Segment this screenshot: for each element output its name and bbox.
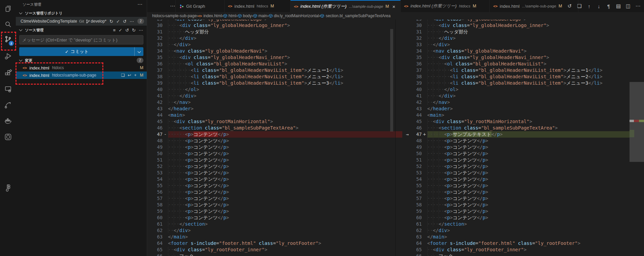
code-line: 42··</nav> xyxy=(396,99,644,106)
code-line: 58······<p>コンテンツ</p> xyxy=(147,202,395,208)
code-line: 60······<p>コンテンツ</p> xyxy=(147,215,395,221)
diff-editor: 29··<div class="ly_globalHeaderLogo">30·… xyxy=(147,20,644,256)
diff-pane-modified[interactable]: 29··<div class="ly_globalHeaderLogo">30·… xyxy=(395,20,644,256)
section-repositories[interactable]: ソース管理リポジトリ xyxy=(16,9,147,17)
stage-changes-icon[interactable]: + xyxy=(134,73,137,78)
previous-change-icon[interactable]: ↑ xyxy=(586,3,592,9)
commit-button[interactable]: ✓ コミット xyxy=(19,47,143,56)
file-name: index.html xyxy=(29,73,49,78)
commit-message-input[interactable] xyxy=(19,35,143,45)
view-as-list-icon[interactable]: ≡ xyxy=(113,28,116,33)
vscode-window: 2 ソース管理 ⋯ ソース管理リポジトリ xyxy=(0,0,644,256)
html-file-icon: <> xyxy=(23,73,27,78)
sidebar-title: ソース管理 xyxy=(23,2,137,7)
code-line: 59······<p>コンテンツ</p> xyxy=(147,208,395,215)
live-share-icon[interactable] xyxy=(0,98,16,112)
remote-explorer-icon[interactable] xyxy=(0,82,16,96)
code-line: 36······<ol class="bl_globalHeaderNaviLi… xyxy=(147,61,395,67)
run-and-debug-icon[interactable] xyxy=(0,49,16,63)
breadcrumb-item[interactable]: main xyxy=(253,13,267,18)
source-control-icon[interactable]: 2 xyxy=(0,32,16,46)
split-editor-icon[interactable]: ◫ xyxy=(625,3,632,9)
refresh-icon[interactable]: ↻ xyxy=(132,28,136,33)
code-line: 66····フッタ xyxy=(396,253,644,256)
tab-index-html-worktree-htdocs[interactable]: <> index.html (作業ツリー) htdocs M xyxy=(401,0,490,12)
code-line: 42··</nav> xyxy=(147,99,395,106)
editor-actions: ↺ ❏ ↑ ↓ ¶ ▤ ◫ ⋯ xyxy=(566,0,641,12)
more-tabs-icon[interactable]: ⋯ xyxy=(170,3,175,9)
html-file-icon: <> xyxy=(493,4,498,8)
section-changes[interactable]: 変更 2 xyxy=(16,57,147,64)
inline-view-icon[interactable]: ▤ xyxy=(615,3,622,9)
more-actions-icon[interactable]: ⋯ xyxy=(635,3,641,9)
modified-badge: M xyxy=(140,65,143,70)
diff-pane-original[interactable]: 29··<div class="ly_globalHeaderLogo">30·… xyxy=(147,20,395,256)
toggle-whitespace-icon[interactable]: ¶ xyxy=(605,3,612,9)
close-icon[interactable]: × xyxy=(392,4,395,9)
modified-badge: M xyxy=(558,4,562,8)
changed-file-row-sample-sub-page[interactable]: <> index.html htdocs\sample-sub-page ❏ ↩… xyxy=(16,72,147,79)
extensions-icon[interactable] xyxy=(0,66,16,80)
timeline-icon[interactable]: ↺ xyxy=(566,3,573,9)
scrollbar-slider[interactable] xyxy=(390,29,393,132)
repositories-section-label: ソース管理リポジトリ xyxy=(25,11,143,16)
history-icon[interactable]: ↺ xyxy=(125,28,129,33)
branch-indicator[interactable]: develop* xyxy=(86,19,107,24)
breadcrumb-item[interactable]: body xyxy=(238,13,252,18)
code-line: 41····</div> xyxy=(396,93,644,99)
postgresql-icon[interactable] xyxy=(0,130,16,144)
scm-more-actions-icon[interactable]: ⋯ xyxy=(139,28,143,33)
repository-row[interactable]: CtimeWebsiteCodingTemplate Git develop* … xyxy=(16,17,147,26)
open-file-icon[interactable]: ❏ xyxy=(121,73,125,78)
code-line: 45··<div class="ly_rootMainHorizontal"> xyxy=(147,118,395,125)
explorer-icon[interactable] xyxy=(0,2,16,16)
breadcrumb-item[interactable]: sample-sub-page xyxy=(165,13,197,18)
breadcrumb-item[interactable]: section.bl_sampleSubPageTextArea xyxy=(320,13,391,18)
breadcrumb-item[interactable]: div.ly_rootMainHorizontal xyxy=(269,13,319,18)
discard-changes-icon[interactable]: ↩ xyxy=(128,73,131,78)
code-line: 40······</ol> xyxy=(396,86,644,93)
symbol-icon xyxy=(238,14,242,18)
breadcrumb-item[interactable]: htdocs xyxy=(152,13,164,18)
code-line: 35····<div class="ly_globalHeaderNavi_in… xyxy=(396,54,644,61)
html-file-icon: <> xyxy=(198,14,202,18)
code-line: 57······<p>コンテンツ</p> xyxy=(396,195,644,202)
code-line: 39········<li class="bl_globalHeaderNavi… xyxy=(396,80,644,86)
code-line: 45··<div class="ly_rootMainHorizontal"> xyxy=(396,118,644,125)
history-icon[interactable]: ↺ xyxy=(123,19,127,24)
code-line: 62··</div> xyxy=(147,227,395,234)
code-line: 43</header> xyxy=(147,106,395,112)
code-line: 40······</ol> xyxy=(147,86,395,93)
symbol-icon xyxy=(320,14,324,18)
figma-icon[interactable] xyxy=(0,181,16,194)
tab-index-html-worktree-sample-sub-page[interactable]: <> index.html (作業ツリー) ...\sample-sub-pag… xyxy=(291,0,401,12)
search-icon[interactable] xyxy=(0,18,16,31)
scm-count-badge: 2 xyxy=(9,41,14,46)
commit-check-icon[interactable]: ✓ xyxy=(118,28,122,33)
docker-icon[interactable] xyxy=(0,114,16,127)
tab-git-graph[interactable]: Git Graph xyxy=(175,0,225,12)
breadcrumb-item[interactable]: <>index.html xyxy=(198,13,222,18)
section-source-control[interactable]: ソース管理 ≡ ✓ ↺ ↻ ⋯ xyxy=(16,26,147,34)
code-line: 46····<section class="bl_sampleSubPageTe… xyxy=(396,125,644,131)
changed-file-row-htdocs[interactable]: <> index.html htdocs M xyxy=(16,64,147,72)
code-line: 34··<nav class="ly_globalHeaderNavi"> xyxy=(147,48,395,54)
next-change-icon[interactable]: ↓ xyxy=(596,3,602,9)
sidebar-more-actions-icon[interactable]: ⋯ xyxy=(137,1,143,7)
tab-index-html-sample-sub-page[interactable]: <> index.html ...\sample-sub-page M xyxy=(490,0,578,12)
repo-more-actions-icon[interactable]: ⋯ xyxy=(130,19,134,24)
commit-dropdown-button[interactable] xyxy=(134,47,143,56)
breadcrumb-item[interactable]: html xyxy=(223,13,236,18)
tab-index-html-htdocs[interactable]: <> index.html htdocs M xyxy=(225,0,291,12)
code-line: 63</main> xyxy=(396,234,644,240)
code-line: 35····<div class="ly_globalHeaderNavi_in… xyxy=(147,54,395,61)
open-changes-icon[interactable]: ❏ xyxy=(576,3,583,9)
sync-icon[interactable]: ↻ xyxy=(109,19,113,24)
code-line: 54······<p>コンテンツ</p> xyxy=(396,176,644,182)
editor-group: ⋯ Git Graph <> index.html htdocs M <> in… xyxy=(147,0,644,256)
breadcrumb: htdocs›sample-sub-page›<>index.html›html… xyxy=(147,12,644,20)
code-line: 62··</div> xyxy=(396,227,644,234)
commit-check-icon[interactable]: ✓ xyxy=(116,19,120,24)
repository-name: CtimeWebsiteCodingTemplate xyxy=(21,19,77,24)
code-line: 58······<p>コンテンツ</p> xyxy=(396,202,644,208)
